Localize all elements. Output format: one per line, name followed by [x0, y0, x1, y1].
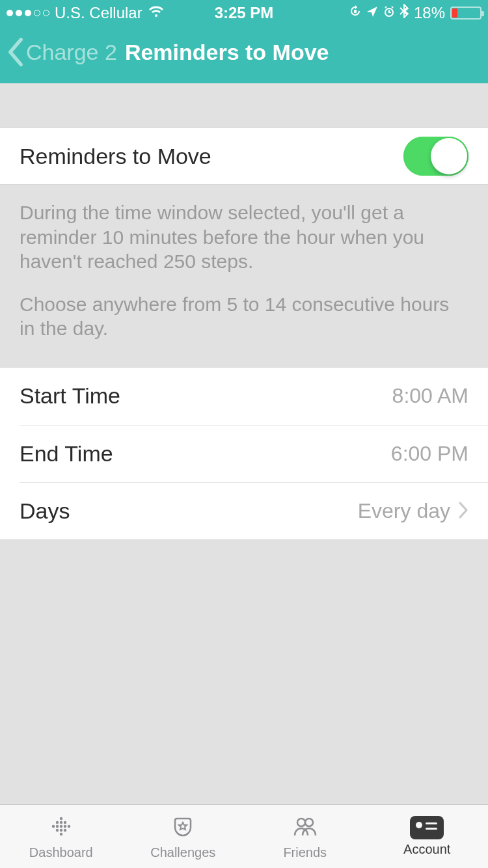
svg-point-2 — [60, 824, 62, 827]
signal-strength-icon — [7, 10, 49, 16]
back-button[interactable]: Charge 2 — [7, 38, 117, 66]
tab-friends-label: Friends — [283, 845, 327, 860]
tab-challenges-label: Challenges — [150, 845, 215, 860]
wifi-icon — [148, 4, 165, 22]
battery-percent-label: 18% — [414, 4, 445, 22]
days-row[interactable]: Days Every day — [20, 482, 488, 539]
navigation-bar: Charge 2 Reminders to Move — [0, 26, 488, 83]
status-bar: U.S. Cellular 3:25 PM 18% — [0, 0, 488, 26]
start-time-row[interactable]: Start Time 8:00 AM — [0, 368, 488, 425]
tab-bar: Dashboard Challenges Friends Account — [0, 804, 488, 868]
svg-rect-0 — [354, 10, 357, 13]
friends-icon — [290, 813, 320, 843]
svg-point-8 — [60, 828, 62, 831]
svg-point-4 — [64, 824, 66, 827]
svg-point-16 — [305, 819, 313, 826]
days-value: Every day — [358, 499, 450, 523]
tab-dashboard-label: Dashboard — [29, 845, 93, 860]
reminders-toggle[interactable] — [403, 137, 468, 176]
svg-point-14 — [64, 828, 66, 831]
start-time-label: Start Time — [20, 383, 120, 409]
page-title: Reminders to Move — [125, 40, 329, 65]
location-icon — [366, 4, 379, 22]
svg-point-7 — [60, 821, 62, 823]
chevron-left-icon — [7, 38, 25, 66]
tab-dashboard[interactable]: Dashboard — [0, 805, 122, 868]
content-area: Reminders to Move During the time window… — [0, 83, 488, 804]
tab-account-label: Account — [403, 842, 450, 857]
dashboard-icon — [46, 813, 76, 843]
svg-point-11 — [56, 821, 59, 823]
bluetooth-icon — [400, 4, 409, 22]
carrier-label: U.S. Cellular — [55, 4, 142, 22]
reminders-toggle-label: Reminders to Move — [20, 144, 211, 169]
description-paragraph-1: During the time window selected, you'll … — [20, 200, 468, 274]
end-time-value: 6:00 PM — [391, 442, 468, 466]
end-time-row[interactable]: End Time 6:00 PM — [20, 425, 488, 482]
svg-point-10 — [60, 832, 62, 835]
svg-point-12 — [64, 821, 66, 823]
tab-challenges[interactable]: Challenges — [122, 805, 245, 868]
end-time-label: End Time — [20, 441, 113, 467]
svg-point-15 — [297, 819, 305, 826]
svg-point-3 — [56, 824, 59, 827]
start-time-value: 8:00 AM — [392, 384, 468, 408]
svg-point-5 — [52, 824, 55, 827]
account-icon — [410, 816, 444, 839]
chevron-right-icon — [458, 498, 468, 524]
days-label: Days — [20, 498, 70, 524]
challenges-icon — [168, 813, 198, 843]
back-label: Charge 2 — [26, 40, 117, 65]
tab-friends[interactable]: Friends — [244, 805, 366, 868]
orientation-lock-icon — [349, 4, 362, 22]
alarm-icon — [383, 4, 396, 22]
svg-point-9 — [60, 817, 62, 819]
svg-point-6 — [68, 824, 70, 827]
description-text: During the time window selected, you'll … — [0, 185, 488, 367]
tab-account[interactable]: Account — [366, 805, 489, 868]
battery-icon — [450, 7, 481, 20]
settings-group: Start Time 8:00 AM End Time 6:00 PM Days… — [0, 367, 488, 540]
reminders-toggle-row: Reminders to Move — [0, 128, 488, 185]
description-paragraph-2: Choose anywhere from 5 to 14 consecutive… — [20, 292, 468, 341]
svg-point-13 — [56, 828, 59, 831]
